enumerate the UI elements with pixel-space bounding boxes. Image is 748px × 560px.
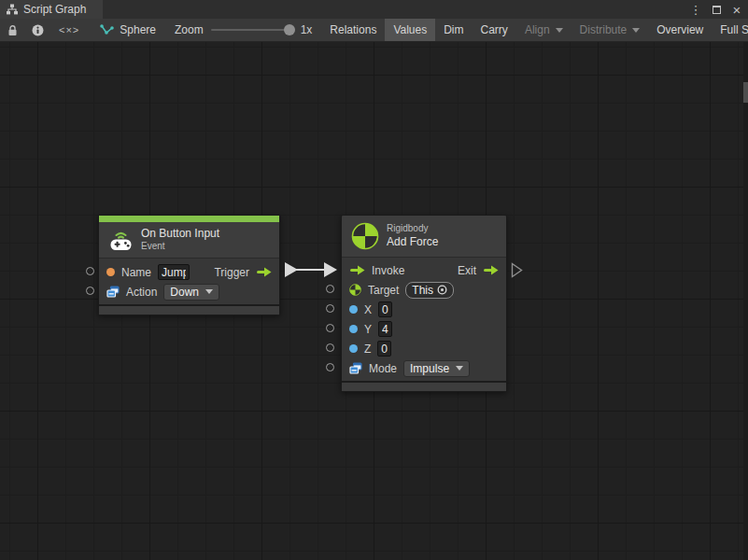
info-button[interactable] [24,19,51,41]
relations-button[interactable]: Relations [321,19,385,41]
node-body: Name Trigger Actio [99,258,279,304]
zoom-label: Zoom [175,23,204,36]
rigidbody-port-icon[interactable] [349,284,361,296]
node-title: On Button Input [141,227,219,241]
code-view-icon: <×> [59,24,79,35]
rigidbody-icon [351,222,379,250]
graph-hierarchy-icon [6,4,19,16]
lock-button[interactable] [0,19,24,41]
target-value: This [412,284,433,297]
zoom-slider[interactable] [211,29,293,31]
lock-icon [7,24,18,36]
node-header[interactable]: On Button Input Event [99,222,279,258]
x-label: X [364,303,372,316]
info-icon [32,24,44,36]
invoke-flow-arrow-icon[interactable] [349,265,365,275]
trigger-label: Trigger [214,266,249,279]
node-subtitle: Event [141,241,219,253]
x-input[interactable] [378,301,392,317]
name-label: Name [121,266,151,279]
action-dropdown[interactable]: Down [163,284,219,301]
object-target-icon [437,285,447,295]
float-port-dot[interactable] [349,344,358,353]
z-input[interactable] [377,341,391,357]
string-port-dot[interactable] [106,268,115,276]
script-graph-asset-icon [100,24,114,35]
node-body: Invoke Exit Target [342,257,506,381]
trigger-flow-arrow-icon[interactable] [256,267,272,277]
node-subtitle: Rigidbody [387,223,438,235]
value-port-circle[interactable] [326,304,334,313]
menu-icon[interactable]: ⋮ [688,2,703,17]
vertical-scrollbar[interactable] [743,42,748,560]
graph-name-label: Sphere [120,23,156,36]
value-port-circle[interactable] [326,324,334,332]
mode-label: Mode [369,362,397,375]
overview-button[interactable]: Overview [648,19,712,41]
z-port-row: Z [342,339,506,358]
mode-dropdown[interactable]: Impulse [403,360,470,377]
maximize-glyph [713,6,721,14]
tab-bar: Script Graph ⋮ × [0,0,748,19]
vertical-scrollbar-thumb[interactable] [743,82,748,103]
y-label: Y [364,323,372,336]
node-footer [99,304,279,315]
z-label: Z [364,343,371,356]
mode-port-row: Mode Impulse [342,358,506,378]
float-port-dot[interactable] [349,305,358,314]
target-object-picker[interactable]: This [405,282,454,299]
enum-port-icon[interactable] [349,362,362,374]
full-screen-button[interactable]: Full Screen [712,19,748,41]
script-graph-window: Script Graph ⋮ × <×> [0,0,748,560]
align-button[interactable]: Align [516,19,572,41]
value-port-circle[interactable] [326,363,334,371]
invoke-port-row: Invoke Exit [342,260,506,280]
dim-button[interactable]: Dim [435,19,472,41]
zoom-value: 1x [301,23,313,36]
node-add-force[interactable]: Rigidbody Add Force Invoke Exit [341,215,507,392]
values-button[interactable]: Values [385,19,435,41]
zoom-control: Zoom 1x [165,19,321,41]
zoom-slider-handle[interactable] [284,24,295,35]
node-header[interactable]: Rigidbody Add Force [342,216,506,257]
target-port-row: Target This [342,280,506,300]
value-port-circle[interactable] [326,343,334,352]
x-port-row: X [342,300,506,319]
exit-connection-triangle[interactable] [511,262,524,278]
value-port-circle[interactable] [326,285,334,293]
distribute-label: Distribute [580,23,628,36]
target-label: Target [368,284,399,297]
float-port-dot[interactable] [349,325,358,333]
name-port-row: Name Trigger [99,262,279,282]
value-port-circle[interactable] [86,267,94,275]
exit-flow-arrow-icon[interactable] [483,265,499,275]
maximize-icon[interactable] [709,2,724,17]
chevron-down-icon [556,28,563,33]
action-port-row: Action Down [99,282,279,301]
graph-canvas[interactable]: On Button Input Event Name Trigger [0,42,748,560]
action-value: Down [170,286,199,299]
y-port-row: Y [342,319,506,339]
mode-value: Impulse [410,362,449,375]
connection-trigger-to-invoke[interactable] [280,255,347,285]
y-input[interactable] [378,321,392,337]
graph-reference[interactable]: Sphere [87,19,165,41]
action-label: Action [126,286,157,299]
tab-title: Script Graph [23,3,86,16]
distribute-button[interactable]: Distribute [572,19,649,41]
name-input[interactable] [158,264,190,280]
code-view-button[interactable]: <×> [51,19,87,41]
value-port-circle[interactable] [86,287,94,295]
event-accent-bar [99,216,279,222]
carry-button[interactable]: Carry [473,19,516,41]
align-label: Align [525,23,550,36]
close-icon[interactable]: × [729,2,744,17]
chevron-down-icon [205,289,213,294]
node-title: Add Force [387,235,438,249]
chevron-down-icon [456,366,463,371]
enum-port-icon[interactable] [106,286,120,298]
tab-script-graph[interactable]: Script Graph [0,0,103,19]
exit-label: Exit [458,264,476,277]
chevron-down-icon [632,28,640,33]
node-on-button-input[interactable]: On Button Input Event Name Trigger [98,215,280,315]
